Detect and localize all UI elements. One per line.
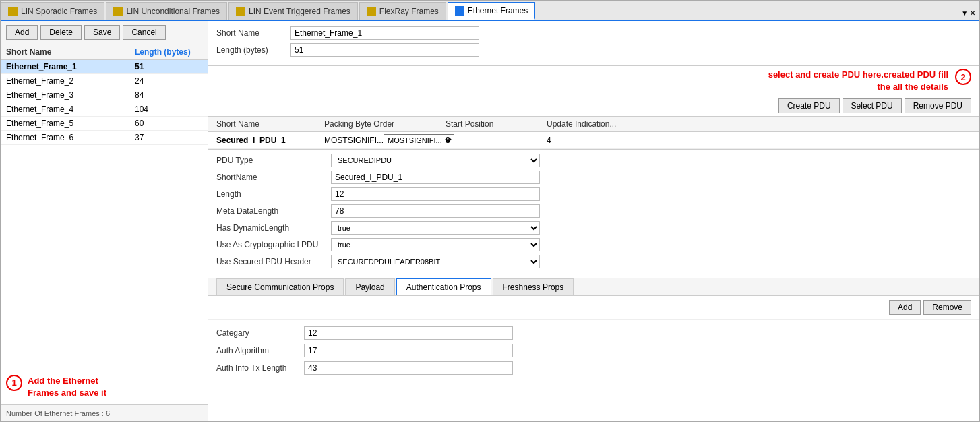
- tab-lin-unconditional-label: LIN Unconditional Frames: [126, 7, 220, 16]
- short-name-input[interactable]: [290, 26, 479, 40]
- list-item[interactable]: Ethernet_Frame_151: [1, 60, 208, 74]
- list-items: Ethernet_Frame_151Ethernet_Frame_224Ethe…: [1, 60, 208, 369]
- auth-algo-input[interactable]: [304, 344, 513, 357]
- th-packing: Packing Byte Order: [324, 119, 446, 129]
- tab-dropdown[interactable]: ▼ ✕: [957, 7, 979, 20]
- frame-fields: Short Name Length (bytes): [208, 21, 979, 66]
- category-input[interactable]: [304, 326, 513, 340]
- inner-tab-bar: Secure Communication Props Payload Authe…: [208, 278, 979, 296]
- pdu-length-row: Length: [216, 187, 971, 201]
- toolbar: Add Delete Save Cancel: [1, 21, 208, 44]
- pdu-secured-row: Use Secured PDU Header SECUREDPDUHEADER0…: [216, 255, 971, 268]
- th-start: Start Position: [446, 119, 547, 129]
- flexray-icon: [367, 7, 376, 16]
- tab-flexray[interactable]: FlexRay Frames: [359, 2, 446, 20]
- pdu-details: PDU Type SECUREDIPDU IPDU NPDU ShortName…: [208, 149, 979, 276]
- inner-tab-payload-label: Payload: [355, 282, 384, 292]
- pdu-row-name: Secured_I_PDU_1: [216, 135, 324, 145]
- length-label: Length (bytes): [216, 45, 290, 55]
- inner-tab-payload[interactable]: Payload: [345, 278, 394, 295]
- left-panel: Add Delete Save Cancel Short Name Length…: [1, 21, 208, 421]
- pdu-meta-row: Meta DataLength: [216, 204, 971, 218]
- tab-lin-unconditional[interactable]: LIN Unconditional Frames: [106, 2, 227, 20]
- length-row: Length (bytes): [216, 43, 971, 57]
- pdu-shortname-input[interactable]: [331, 171, 540, 184]
- inner-tab-auth[interactable]: Authentication Props: [396, 278, 491, 295]
- pdu-crypto-row: Use As Cryptographic I PDU true false: [216, 238, 971, 251]
- pdu-row-start: 8: [446, 135, 547, 145]
- pdu-type-select[interactable]: SECUREDIPDU IPDU NPDU: [331, 154, 540, 167]
- auth-info-input[interactable]: [304, 361, 513, 375]
- create-pdu-button[interactable]: Create PDU: [778, 98, 840, 113]
- select-pdu-button[interactable]: Select PDU: [843, 98, 902, 113]
- pdu-secured-select[interactable]: SECUREDPDUHEADER08BIT SECUREDPDUHEADER16…: [331, 255, 540, 268]
- tab-ethernet[interactable]: Ethernet Frames: [448, 2, 535, 20]
- pdu-secured-label: Use Secured PDU Header: [216, 257, 331, 266]
- tab-lin-sporadic-label: LIN Sporadic Frames: [21, 7, 97, 16]
- pdu-table-row[interactable]: Secured_I_PDU_1 MOSTSIGNIFI... MOSTSIGNI…: [208, 132, 979, 149]
- list-header: Short Name Length (bytes): [1, 44, 208, 60]
- list-item[interactable]: Ethernet_Frame_560: [1, 117, 208, 131]
- pdu-table-header: Short Name Packing Byte Order Start Posi…: [208, 116, 979, 132]
- pdu-dynamic-select[interactable]: true false: [331, 221, 540, 235]
- list-item[interactable]: Ethernet_Frame_4104: [1, 102, 208, 117]
- list-item-length: 104: [135, 104, 202, 114]
- annotation-1: 1 Add the EthernetFrames and save it: [1, 369, 208, 404]
- list-item-name: Ethernet_Frame_5: [6, 119, 135, 128]
- pdu-type-row: PDU Type SECUREDIPDU IPDU NPDU: [216, 154, 971, 167]
- inner-tab-freshness-label: Freshness Props: [503, 282, 564, 292]
- annotation-1-text: Add the EthernetFrames and save it: [28, 375, 106, 399]
- pdu-hint-text: select and create PDU here.created PDU f…: [768, 69, 948, 93]
- tab-lin-event[interactable]: LIN Event Triggered Frames: [228, 2, 358, 20]
- pdu-shortname-label: ShortName: [216, 173, 331, 182]
- list-item-name: Ethernet_Frame_6: [6, 133, 135, 142]
- list-item-name: Ethernet_Frame_2: [6, 76, 135, 86]
- add-button[interactable]: Add: [6, 25, 38, 40]
- pdu-type-label: PDU Type: [216, 156, 331, 165]
- col-length-header: Length (bytes): [135, 47, 202, 57]
- pdu-packing-select[interactable]: MOSTSIGNIFI...: [384, 134, 454, 146]
- tab-ethernet-label: Ethernet Frames: [468, 6, 528, 16]
- list-item[interactable]: Ethernet_Frame_384: [1, 88, 208, 102]
- pdu-row-packing: MOSTSIGNIFI... MOSTSIGNIFI...: [324, 134, 446, 146]
- tab-flexray-label: FlexRay Frames: [379, 7, 439, 16]
- length-input[interactable]: [290, 43, 479, 57]
- cancel-button[interactable]: Cancel: [123, 25, 165, 40]
- auth-algo-label: Auth Algorithm: [216, 346, 304, 355]
- inner-add-button[interactable]: Add: [889, 300, 921, 315]
- pdu-meta-label: Meta DataLength: [216, 206, 331, 216]
- pdu-dynamic-label: Has DynamicLength: [216, 223, 331, 233]
- pdu-length-input[interactable]: [331, 187, 540, 201]
- inner-remove-button[interactable]: Remove: [923, 300, 971, 315]
- auth-info-label: Auth Info Tx Length: [216, 363, 304, 373]
- lin-sporadic-icon: [8, 7, 18, 16]
- main-content: Add Delete Save Cancel Short Name Length…: [1, 21, 979, 421]
- tab-bar: LIN Sporadic Frames LIN Unconditional Fr…: [1, 1, 979, 21]
- th-update: Update Indication...: [547, 119, 971, 129]
- remove-pdu-button[interactable]: Remove PDU: [905, 98, 971, 113]
- list-item-length: 60: [135, 119, 202, 128]
- app-container: LIN Sporadic Frames LIN Unconditional Fr…: [0, 0, 980, 422]
- delete-button[interactable]: Delete: [40, 25, 82, 40]
- short-name-label: Short Name: [216, 28, 290, 38]
- tab-lin-event-label: LIN Event Triggered Frames: [249, 7, 350, 16]
- pdu-row-update: 4: [547, 135, 971, 145]
- left-footer: Number Of Ethernet Frames : 6: [1, 404, 208, 421]
- auth-algo-row: Auth Algorithm: [216, 344, 971, 357]
- save-button[interactable]: Save: [84, 25, 120, 40]
- inner-tab-freshness[interactable]: Freshness Props: [493, 278, 574, 295]
- list-item[interactable]: Ethernet_Frame_224: [1, 74, 208, 88]
- tab-lin-sporadic[interactable]: LIN Sporadic Frames: [1, 2, 104, 20]
- inner-tab-actions: Add Remove: [208, 296, 979, 320]
- list-item-name: Ethernet_Frame_3: [6, 90, 135, 100]
- list-item[interactable]: Ethernet_Frame_637: [1, 131, 208, 145]
- pdu-length-label: Length: [216, 189, 331, 199]
- annotation-1-number: 1: [6, 375, 22, 391]
- pdu-meta-input[interactable]: [331, 204, 540, 218]
- ethernet-icon: [455, 6, 464, 16]
- list-item-name: Ethernet_Frame_1: [6, 62, 135, 71]
- lin-event-icon: [236, 7, 245, 16]
- pdu-crypto-select[interactable]: true false: [331, 238, 540, 251]
- inner-tab-secure-comm[interactable]: Secure Communication Props: [216, 278, 344, 295]
- th-name: Short Name: [216, 119, 324, 129]
